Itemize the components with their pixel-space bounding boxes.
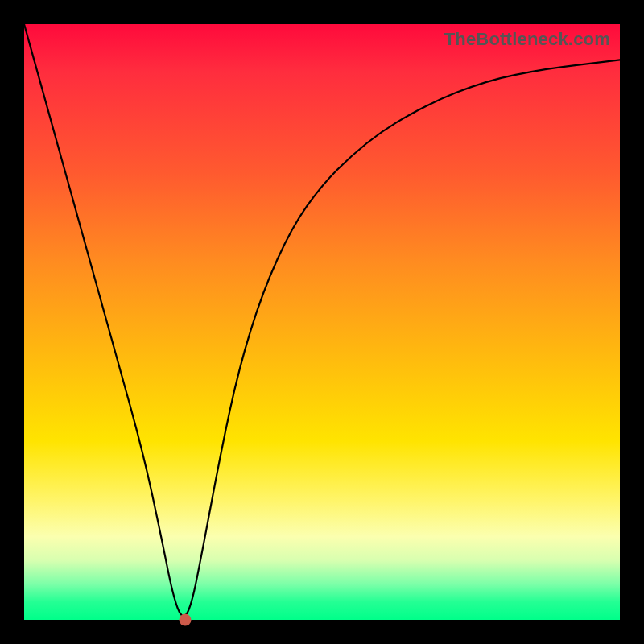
chart-frame: TheBottleneck.com [0, 0, 644, 644]
min-point-marker [179, 614, 191, 626]
bottleneck-curve [24, 24, 620, 620]
plot-area: TheBottleneck.com [24, 24, 620, 620]
